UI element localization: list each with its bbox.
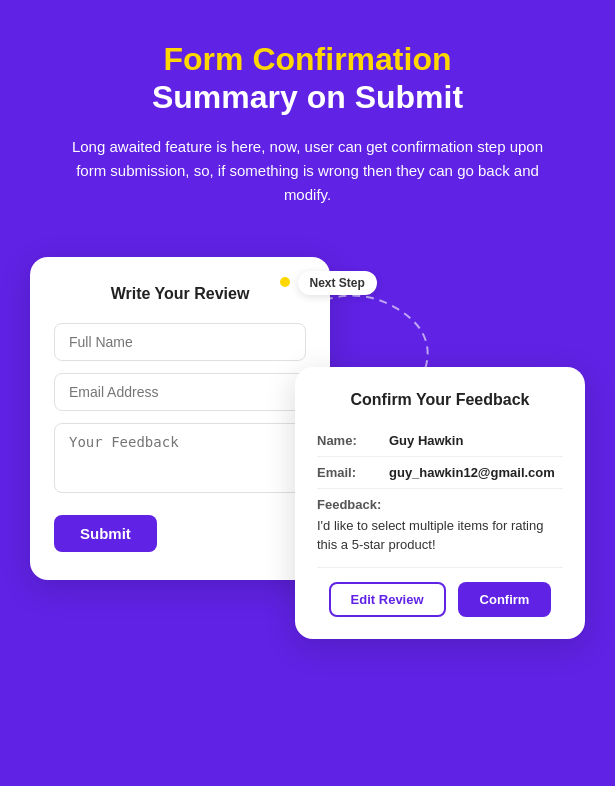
form-card: Write Your Review Submit xyxy=(30,257,330,580)
cards-container: Next Step Write Your Review Submit Confi… xyxy=(30,247,585,667)
confirm-feedback-label: Feedback: xyxy=(317,497,563,512)
header-section: Form Confirmation Summary on Submit Long… xyxy=(68,40,548,207)
confirm-email-value: guy_hawkin12@gmail.com xyxy=(389,465,555,480)
confirm-button[interactable]: Confirm xyxy=(458,582,552,617)
next-step-dot xyxy=(280,277,290,287)
full-name-input[interactable] xyxy=(54,323,306,361)
next-step-bubble: Next Step xyxy=(298,271,377,295)
edit-review-button[interactable]: Edit Review xyxy=(329,582,446,617)
confirm-card-title: Confirm Your Feedback xyxy=(317,391,563,409)
confirm-buttons: Edit Review Confirm xyxy=(317,582,563,617)
confirm-feedback-section: Feedback: I'd like to select multiple it… xyxy=(317,489,563,568)
submit-button[interactable]: Submit xyxy=(54,515,157,552)
header-description: Long awaited feature is here, now, user … xyxy=(68,135,548,207)
confirm-feedback-text: I'd like to select multiple items for ra… xyxy=(317,516,563,555)
email-input[interactable] xyxy=(54,373,306,411)
confirm-name-value: Guy Hawkin xyxy=(389,433,463,448)
form-card-title: Write Your Review xyxy=(54,285,306,303)
confirm-email-label: Email: xyxy=(317,465,389,480)
feedback-textarea[interactable] xyxy=(54,423,306,493)
confirm-name-row: Name: Guy Hawkin xyxy=(317,425,563,457)
confirm-email-row: Email: guy_hawkin12@gmail.com xyxy=(317,457,563,489)
confirm-name-label: Name: xyxy=(317,433,389,448)
header-title-yellow: Form Confirmation xyxy=(68,40,548,78)
confirm-card: Confirm Your Feedback Name: Guy Hawkin E… xyxy=(295,367,585,639)
header-title-white: Summary on Submit xyxy=(68,78,548,116)
